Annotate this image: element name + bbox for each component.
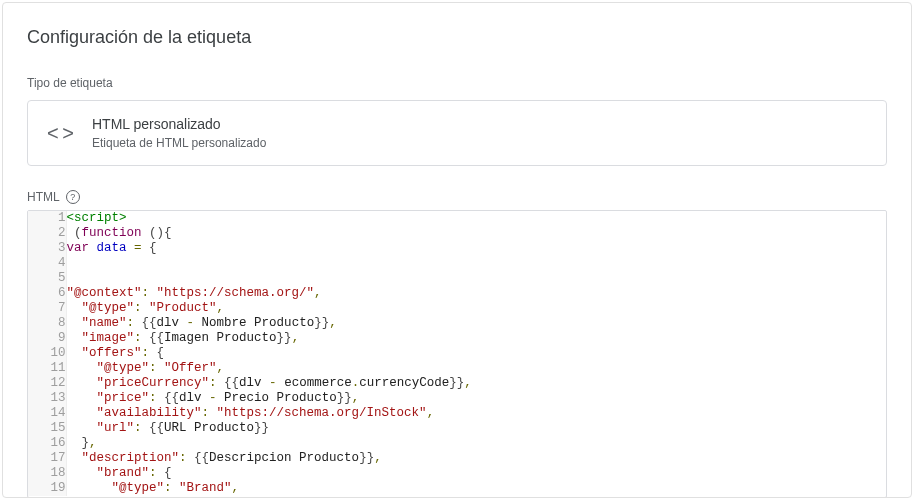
code-line: 3var data = { bbox=[28, 241, 886, 256]
code-content[interactable]: "@type": "Offer", bbox=[66, 361, 886, 376]
code-content[interactable] bbox=[66, 271, 886, 286]
code-content[interactable] bbox=[66, 256, 886, 271]
code-line: 9 "image": {{Imagen Producto}}, bbox=[28, 331, 886, 346]
tag-type-name: HTML personalizado bbox=[92, 115, 266, 135]
code-content[interactable]: "brand": { bbox=[66, 466, 886, 481]
code-line: 15 "url": {{URL Producto}} bbox=[28, 421, 886, 436]
editor-scroll-area[interactable]: 1<script>2 (function (){3var data = {456… bbox=[28, 211, 886, 497]
line-number: 8 bbox=[28, 316, 66, 331]
tag-config-card: Configuración de la etiqueta Tipo de eti… bbox=[2, 2, 912, 498]
help-icon[interactable]: ? bbox=[66, 190, 80, 204]
line-number: 9 bbox=[28, 331, 66, 346]
code-content[interactable]: }, bbox=[66, 436, 886, 451]
code-line: 18 "brand": { bbox=[28, 466, 886, 481]
code-content[interactable]: (function (){ bbox=[66, 226, 886, 241]
line-number: 10 bbox=[28, 346, 66, 361]
code-line: 16 }, bbox=[28, 436, 886, 451]
tag-type-subtitle: Etiqueta de HTML personalizado bbox=[92, 135, 266, 152]
line-number: 16 bbox=[28, 436, 66, 451]
code-content[interactable]: "availability": "https://schema.org/InSt… bbox=[66, 406, 886, 421]
line-number: 6 bbox=[28, 286, 66, 301]
code-content[interactable]: var data = { bbox=[66, 241, 886, 256]
code-line: 12 "priceCurrency": {{dlv - ecommerce.cu… bbox=[28, 376, 886, 391]
code-line: 1<script> bbox=[28, 211, 886, 226]
code-content[interactable]: "name": {{dlv - Nombre Producto}}, bbox=[66, 316, 886, 331]
code-brackets-icon: < > bbox=[46, 119, 74, 147]
line-number: 5 bbox=[28, 271, 66, 286]
line-number: 14 bbox=[28, 406, 66, 421]
code-content[interactable]: <script> bbox=[66, 211, 886, 226]
line-number: 17 bbox=[28, 451, 66, 466]
code-line: 11 "@type": "Offer", bbox=[28, 361, 886, 376]
line-number: 3 bbox=[28, 241, 66, 256]
code-content[interactable]: "@type": "Product", bbox=[66, 301, 886, 316]
code-line: 6"@context": "https://schema.org/", bbox=[28, 286, 886, 301]
code-content[interactable]: "image": {{Imagen Producto}}, bbox=[66, 331, 886, 346]
code-line: 2 (function (){ bbox=[28, 226, 886, 241]
code-line: 17 "description": {{Descripcion Producto… bbox=[28, 451, 886, 466]
line-number: 13 bbox=[28, 391, 66, 406]
card-title: Configuración de la etiqueta bbox=[27, 27, 887, 48]
tag-type-label: Tipo de etiqueta bbox=[27, 76, 887, 90]
line-number: 11 bbox=[28, 361, 66, 376]
code-line: 19 "@type": "Brand", bbox=[28, 481, 886, 496]
code-content[interactable]: "price": {{dlv - Precio Producto}}, bbox=[66, 391, 886, 406]
code-line: 14 "availability": "https://schema.org/I… bbox=[28, 406, 886, 421]
line-number: 18 bbox=[28, 466, 66, 481]
tag-type-selector[interactable]: < > HTML personalizado Etiqueta de HTML … bbox=[27, 100, 887, 166]
code-content[interactable]: "@type": "Brand", bbox=[66, 481, 886, 496]
code-line: 8 "name": {{dlv - Nombre Producto}}, bbox=[28, 316, 886, 331]
code-line: 7 "@type": "Product", bbox=[28, 301, 886, 316]
html-code-editor[interactable]: 1<script>2 (function (){3var data = {456… bbox=[27, 210, 887, 498]
code-line: 10 "offers": { bbox=[28, 346, 886, 361]
code-line: 5 bbox=[28, 271, 886, 286]
line-number: 4 bbox=[28, 256, 66, 271]
editor-label-row: HTML ? bbox=[27, 190, 887, 204]
line-number: 1 bbox=[28, 211, 66, 226]
tag-type-text: HTML personalizado Etiqueta de HTML pers… bbox=[92, 115, 266, 151]
code-line: 13 "price": {{dlv - Precio Producto}}, bbox=[28, 391, 886, 406]
line-number: 7 bbox=[28, 301, 66, 316]
code-content[interactable]: "url": {{URL Producto}} bbox=[66, 421, 886, 436]
code-content[interactable]: "@context": "https://schema.org/", bbox=[66, 286, 886, 301]
line-number: 2 bbox=[28, 226, 66, 241]
code-content[interactable]: "priceCurrency": {{dlv - ecommerce.curre… bbox=[66, 376, 886, 391]
code-line: 4 bbox=[28, 256, 886, 271]
code-content[interactable]: "offers": { bbox=[66, 346, 886, 361]
code-content[interactable]: "description": {{Descripcion Producto}}, bbox=[66, 451, 886, 466]
line-number: 12 bbox=[28, 376, 66, 391]
code-table: 1<script>2 (function (){3var data = {456… bbox=[28, 211, 886, 496]
line-number: 19 bbox=[28, 481, 66, 496]
editor-label: HTML bbox=[27, 190, 60, 204]
line-number: 15 bbox=[28, 421, 66, 436]
